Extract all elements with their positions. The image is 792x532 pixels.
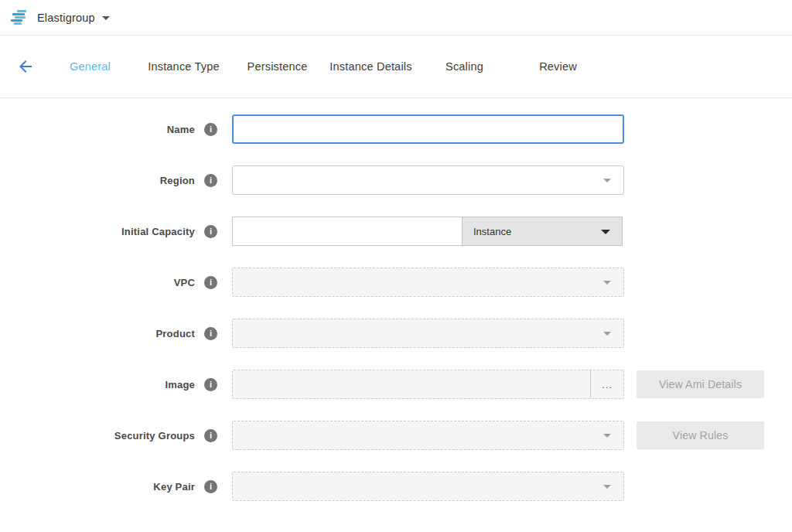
- initial-capacity-label: Initial Capacity: [0, 226, 195, 237]
- region-label: Region: [0, 175, 195, 186]
- security-groups-label: Security Groups: [0, 430, 195, 442]
- image-input: ...: [232, 370, 624, 399]
- app-title: Elastigroup: [37, 12, 95, 24]
- image-label: Image: [0, 379, 195, 390]
- initial-capacity-row: Initial Capacity i Instance: [0, 217, 792, 246]
- security-groups-info-icon[interactable]: i: [204, 429, 217, 442]
- tab-instance-details[interactable]: Instance Details: [324, 60, 418, 73]
- tab-scaling[interactable]: Scaling: [418, 60, 511, 73]
- name-row: Name i: [0, 114, 792, 144]
- image-info-icon[interactable]: i: [204, 378, 217, 391]
- product-select: [232, 319, 624, 348]
- vpc-row: VPC i: [0, 268, 792, 297]
- chevron-down-icon: [603, 434, 611, 438]
- tab-general[interactable]: General: [43, 60, 137, 73]
- view-rules-button[interactable]: View Rules: [637, 421, 764, 449]
- wizard-tabs: General Instance Type Persistence Instan…: [43, 60, 605, 73]
- image-input-value: [233, 370, 590, 398]
- region-info-icon[interactable]: i: [204, 174, 217, 187]
- capacity-unit-value: Instance: [473, 226, 511, 237]
- name-label: Name: [0, 124, 195, 135]
- chevron-down-icon: [601, 230, 610, 234]
- initial-capacity-info-icon[interactable]: i: [204, 225, 217, 238]
- back-arrow-icon: [16, 57, 35, 76]
- chevron-down-icon: [603, 179, 611, 182]
- region-row: Region i: [0, 165, 792, 195]
- image-row: Image i ... View Ami Details: [0, 370, 792, 399]
- chevron-down-icon: [603, 332, 611, 336]
- general-form: Name i Region i Initial Capacity i Insta…: [0, 98, 792, 501]
- chevron-down-icon[interactable]: [102, 16, 110, 20]
- vpc-label: VPC: [0, 277, 195, 288]
- chevron-down-icon: [603, 281, 611, 285]
- initial-capacity-input[interactable]: [232, 217, 462, 246]
- wizard-tabbar: General Instance Type Persistence Instan…: [0, 36, 792, 98]
- name-input[interactable]: [232, 114, 624, 144]
- key-pair-label: Key Pair: [0, 481, 195, 493]
- image-browse-button[interactable]: ...: [590, 370, 623, 398]
- key-pair-select: [232, 472, 624, 501]
- tab-persistence[interactable]: Persistence: [230, 60, 324, 73]
- product-label: Product: [0, 328, 195, 339]
- key-pair-row: Key Pair i: [0, 472, 792, 501]
- tab-instance-type[interactable]: Instance Type: [137, 60, 230, 73]
- security-groups-select: [232, 421, 624, 450]
- security-groups-row: Security Groups i View Rules: [0, 421, 792, 450]
- back-button[interactable]: [14, 55, 37, 78]
- product-info-icon[interactable]: i: [204, 327, 217, 340]
- key-pair-info-icon[interactable]: i: [204, 480, 217, 493]
- elastigroup-logo-icon: [11, 10, 29, 26]
- name-info-icon[interactable]: i: [204, 123, 217, 136]
- vpc-info-icon[interactable]: i: [204, 276, 217, 289]
- chevron-down-icon: [603, 485, 611, 489]
- view-ami-details-button[interactable]: View Ami Details: [637, 370, 764, 398]
- vpc-select: [232, 268, 624, 297]
- product-row: Product i: [0, 319, 792, 348]
- region-select[interactable]: [232, 165, 624, 195]
- app-header: Elastigroup: [0, 0, 792, 36]
- tab-review[interactable]: Review: [511, 60, 605, 73]
- capacity-unit-select[interactable]: Instance: [462, 217, 623, 246]
